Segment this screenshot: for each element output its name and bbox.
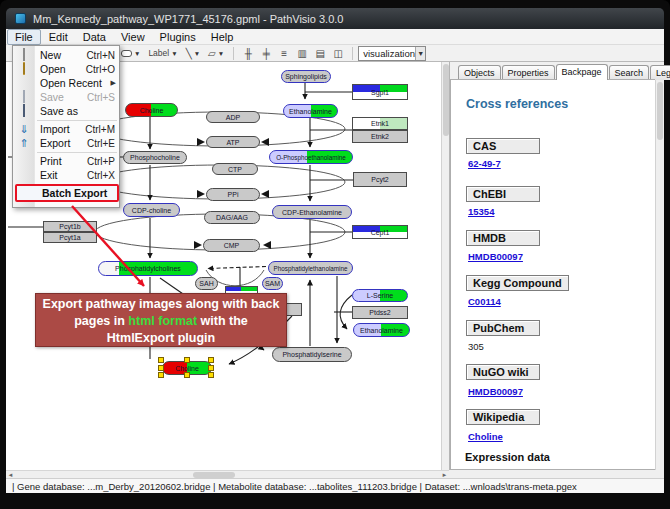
xref-header-nugo: NuGO wiki [466, 364, 540, 380]
node-phosphocholine[interactable]: Phosphocholine [123, 151, 187, 164]
annotation-callout: Export pathway images along with back pa… [35, 293, 287, 347]
menu-item-open[interactable]: OpenCtrl+O [13, 62, 121, 76]
chevron-down-icon[interactable]: ▼ [194, 50, 200, 57]
node-ppi[interactable]: PPi [206, 188, 260, 201]
xref-link-chebi[interactable]: 15354 [468, 206, 494, 217]
node-dag-aag[interactable]: DAG/AAG [204, 211, 260, 224]
selection-handle[interactable] [208, 357, 214, 363]
tab-search[interactable]: Search [609, 65, 650, 80]
xref-header-pubchem: PubChem [466, 320, 540, 336]
common-height-button[interactable]: ◫ [329, 46, 347, 61]
import-icon: ⇓ [18, 123, 30, 135]
xref-link-hmdb[interactable]: HMDB00097 [468, 251, 523, 262]
node-sah[interactable]: SAH [195, 277, 218, 290]
node-phosphatidylcholines[interactable]: Phosphatidylcholines [98, 261, 198, 276]
node-pcyt1b[interactable]: Pcyt1b [43, 221, 97, 232]
xref-header-chebi: ChEBI [466, 186, 540, 202]
menu-item-save-as[interactable]: Save as [13, 104, 121, 118]
selection-handle[interactable] [184, 357, 190, 363]
selection-handle[interactable] [158, 357, 164, 363]
stack-horizontal-button[interactable]: ▥ [293, 46, 311, 61]
node-sam[interactable]: SAM [262, 277, 283, 290]
node-sphingolipids[interactable]: Sphingolipids [281, 70, 331, 83]
node-ethanolamine-top[interactable]: Ethanolamine [283, 104, 338, 118]
node-etnk2[interactable]: Etnk2 [352, 130, 408, 143]
node-ethanolamine-bottom[interactable]: Ethanolamine [353, 323, 410, 337]
panel-vertical-scrollbar[interactable] [655, 80, 663, 470]
expression-data-heading: Expression data [465, 451, 550, 463]
selection-handle[interactable] [208, 372, 214, 378]
selection-handle[interactable] [208, 365, 214, 371]
selection-handle[interactable] [158, 365, 164, 371]
align-center-y-button[interactable]: ╪ [257, 46, 275, 61]
node-etnk1[interactable]: Etnk1 [352, 117, 408, 130]
shape-tool-button[interactable]: ▱▼ [204, 46, 228, 61]
node-l-serine[interactable]: L-Serine [352, 289, 408, 302]
stack-vertical-button[interactable]: ≡ [275, 46, 293, 61]
visualization-combobox[interactable]: visualization▼ [358, 46, 426, 61]
xref-link-nugo[interactable]: HMDB00097 [468, 386, 523, 397]
export-icon: ⇑ [18, 137, 30, 149]
common-width-button[interactable]: ▤ [311, 46, 329, 61]
menu-plugins[interactable]: Plugins [153, 30, 203, 44]
node-pcyt1a[interactable]: Pcyt1a [43, 232, 97, 243]
node-phosphatidylethanolamine[interactable]: Phosphatidylethanolamine [268, 261, 353, 275]
menu-file[interactable]: File [7, 29, 41, 45]
node-atp[interactable]: ATP [206, 136, 260, 148]
status-text: | Gene database: ...m_Derby_20120602.bri… [12, 481, 577, 492]
scrollbar-thumb[interactable] [657, 82, 663, 140]
menu-item-export[interactable]: ⇑ ExportCtrl+E [13, 136, 121, 150]
tab-legend[interactable]: Legend [650, 65, 670, 80]
node-cdp-choline[interactable]: CDP-choline [123, 203, 180, 217]
chevron-down-icon[interactable]: ▼ [218, 50, 224, 57]
selection-handle[interactable] [184, 372, 190, 378]
node-cept1[interactable]: Cept1 [352, 225, 408, 239]
chevron-down-icon[interactable]: ▼ [415, 47, 425, 60]
menu-help[interactable]: Help [204, 30, 241, 44]
tab-properties[interactable]: Properties [502, 65, 555, 80]
xref-link-kegg[interactable]: C00114 [468, 296, 501, 307]
datanode-icon [121, 50, 132, 57]
node-o-phosphoethanolamine[interactable]: O-Phosphoethanolamine [269, 150, 353, 164]
menu-item-new[interactable]: NewCtrl+N [13, 48, 121, 62]
menu-item-exit[interactable]: ExitCtrl+X [13, 168, 121, 182]
align-center-x-button[interactable]: ╫ [239, 46, 257, 61]
node-cmp[interactable]: CMP [203, 239, 260, 252]
shape-icon: ▱ [208, 48, 216, 59]
node-adp[interactable]: ADP [206, 111, 260, 123]
menu-bar: File Edit Data View Plugins Help [6, 29, 664, 45]
node-phosphatidylserine[interactable]: Phosphatidylserine [272, 347, 352, 362]
xref-link-cas[interactable]: 62-49-7 [468, 158, 501, 169]
tab-backpage[interactable]: Backpage [556, 64, 608, 80]
tab-objects[interactable]: Objects [458, 65, 501, 80]
menu-edit[interactable]: Edit [42, 30, 75, 44]
status-bar: | Gene database: ...m_Derby_20120602.bri… [6, 478, 664, 493]
node-cdp-ethanolamine[interactable]: CDP-Ethanolamine [272, 205, 352, 219]
xref-header-kegg: Kegg Compound [466, 275, 569, 291]
xref-header-hmdb: HMDB [466, 230, 540, 246]
node-ctp[interactable]: CTP [212, 163, 258, 175]
menu-item-print[interactable]: PrintCtrl+P [13, 154, 121, 168]
node-ptdss2[interactable]: Ptdss2 [352, 306, 408, 319]
common-height-icon: ◫ [334, 48, 343, 59]
stack-vertical-icon: ≡ [281, 48, 287, 59]
menu-data[interactable]: Data [76, 30, 113, 44]
xref-link-wikipedia[interactable]: Choline [468, 431, 503, 442]
canvas-vertical-scrollbar[interactable] [441, 62, 449, 470]
chevron-down-icon[interactable]: ▼ [134, 50, 140, 57]
menu-view[interactable]: View [114, 30, 152, 44]
title-bar: Mm_Kennedy_pathway_WP1771_45176.gpml - P… [6, 8, 664, 29]
menu-item-import[interactable]: ⇓ ImportCtrl+M [13, 122, 121, 136]
node-pcyt2[interactable]: Pcyt2 [353, 172, 407, 187]
selection-handle[interactable] [158, 372, 164, 378]
label-tool-button[interactable]: Label▼ [144, 46, 181, 61]
node-choline-top[interactable]: Choline [125, 103, 178, 117]
canvas-horizontal-scrollbar[interactable]: ◄ ► [6, 470, 449, 478]
menu-item-batch-export[interactable]: Batch Export [15, 184, 119, 202]
menu-item-save[interactable]: SaveCtrl+S [13, 90, 121, 104]
node-sgpl1[interactable]: Sgpl1 [352, 84, 408, 100]
chevron-down-icon[interactable]: ▼ [171, 50, 177, 57]
datanode-tool-button[interactable]: ▼ [117, 46, 144, 61]
line-tool-button[interactable]: ╲▼ [182, 46, 204, 61]
menu-item-open-recent[interactable]: Open Recent▶ [13, 76, 121, 90]
